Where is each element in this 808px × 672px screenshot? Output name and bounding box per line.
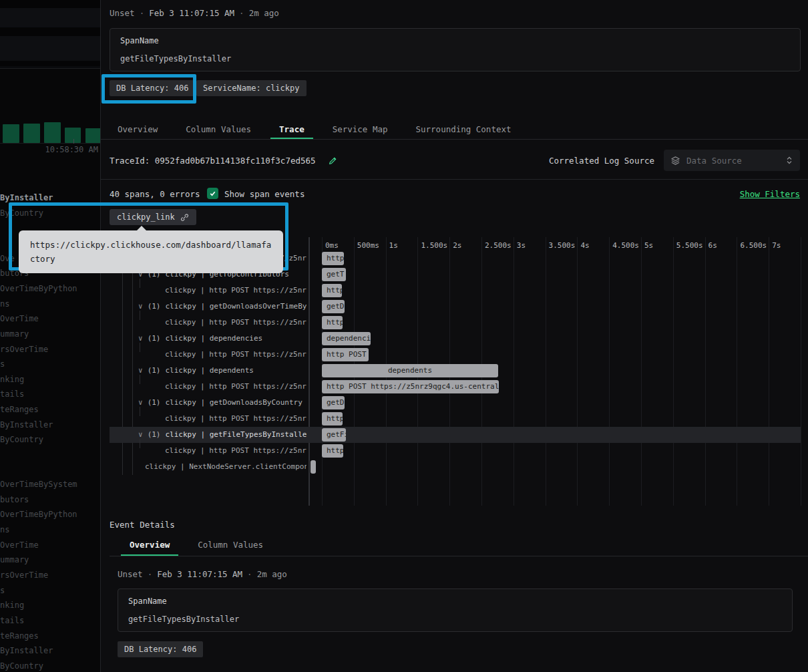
background-list-item: ns [0, 299, 100, 310]
span-duration-bar[interactable]: getD [322, 300, 345, 313]
background-list-item: OverTimeBySystem [0, 479, 100, 490]
axis-tick-label: 6s [709, 241, 717, 250]
background-list-item: ByInstaller [0, 419, 100, 431]
background-list-item: rsOverTime [0, 570, 100, 581]
span-name: ∨(1)clickpy | dependencies [138, 331, 307, 347]
chevron-down-icon[interactable]: ∨ [138, 427, 143, 443]
span-event-count: (1) [148, 363, 161, 379]
span-row[interactable]: clickpy | http POST https://z5nrzhttp [101, 411, 808, 427]
chevron-down-icon[interactable]: ∨ [138, 395, 143, 411]
axis-tick-label: 7s [772, 241, 781, 250]
show-span-events-checkbox[interactable] [207, 188, 218, 199]
axis-tick-label: 0ms [325, 241, 339, 250]
span-row[interactable]: clickpy | http POST https://z5nrzhttp [101, 315, 808, 331]
axis-tick-label: 3.500s [549, 241, 576, 250]
span-row[interactable]: ∨(1)clickpy | getFileTypesByInstallerget… [101, 427, 808, 443]
span-name-box-bottom: SpanName getFileTypesByInstaller [118, 589, 793, 632]
span-duration-bar[interactable]: http POST [322, 348, 369, 361]
span-name: ∨(1)clickpy | dependents [138, 363, 307, 379]
span-name: clickpy | NextNodeServer.clientCompone [145, 459, 307, 475]
span-duration-bar[interactable]: dependents [322, 364, 498, 377]
tab-trace[interactable]: Trace [270, 119, 313, 139]
span-row[interactable]: clickpy | http POST https://z5nrzhttp [101, 443, 808, 459]
background-list-item: ByInstaller [0, 192, 100, 204]
background-list-item: OverTime [0, 540, 100, 551]
background-list-item: ByCountry [0, 208, 100, 219]
chevron-updown-icon [785, 156, 793, 165]
span-label: clickpy | http POST https://z5nrz [165, 379, 307, 395]
background-list-item: ns [0, 524, 100, 536]
background-list-item: ByCountry [0, 661, 100, 672]
span-label: clickpy | http POST https://z5nrz [165, 283, 307, 299]
background-list-item: tails [0, 389, 100, 400]
tab-overview[interactable]: Overview [109, 119, 166, 139]
span-duration-bar[interactable]: http [322, 252, 344, 265]
event-timestamp: Feb 3 11:07:15 AM [149, 8, 234, 18]
span-duration-bar[interactable]: http POST https://z5nrz9qgc4.us-central [322, 380, 499, 393]
db-latency-badge-bottom[interactable]: DB Latency: 406 [118, 641, 203, 657]
span-duration-bar[interactable]: http [322, 412, 343, 426]
span-duration-bar[interactable]: getT [322, 268, 346, 281]
data-source-select[interactable]: Data Source [664, 150, 800, 171]
span-duration-bar[interactable]: dependenci [322, 332, 371, 345]
relative-time: 2m ago [257, 569, 287, 579]
span-row[interactable]: clickpy | http POST https://z5nrzhttp [101, 283, 808, 299]
tab-service-map[interactable]: Service Map [324, 119, 397, 139]
edit-icon[interactable] [328, 156, 338, 166]
span-duration-bar[interactable]: http [322, 316, 343, 329]
span-duration-bar[interactable] [311, 460, 316, 474]
span-row[interactable]: clickpy | http POST https://z5nrzhttp PO… [101, 347, 808, 363]
event-tab-column-values[interactable]: Column Values [189, 534, 272, 556]
correlated-log-source-group: Correlated Log Source Data Source [549, 150, 800, 171]
span-duration-bar[interactable]: http [322, 444, 343, 458]
span-row[interactable]: ∨(1)clickpy | dependenciesdependenci [101, 331, 808, 347]
span-row[interactable]: ∨(1)clickpy | dependentsdependents [101, 363, 808, 379]
span-event-count: (1) [148, 299, 161, 315]
background-list-item: nking [0, 600, 100, 611]
span-name-box: SpanName getFileTypesByInstaller [110, 28, 801, 71]
span-duration-bar[interactable]: getD [322, 396, 345, 409]
axis-tick-label: 4.500s [612, 241, 639, 250]
show-span-events-label[interactable]: Show span events [224, 189, 305, 199]
field-label: SpanName [128, 597, 782, 606]
span-label: clickpy | http POST https://z5nrz [165, 315, 307, 331]
span-event-count: (1) [148, 395, 161, 411]
histogram-bar [65, 128, 81, 143]
event-tab-overview[interactable]: Overview [121, 534, 178, 556]
span-event-count: (1) [148, 427, 161, 443]
db-latency-badge[interactable]: DB Latency: 406 [110, 80, 195, 96]
tab-surrounding-context[interactable]: Surrounding Context [407, 119, 520, 139]
axis-tick-label: 3s [517, 241, 526, 250]
background-band [0, 66, 100, 69]
background-list-item: OverTimeByPython [0, 509, 100, 520]
background-list-item: nking [0, 374, 100, 385]
axis-tick-label: 5s [644, 241, 653, 250]
show-filters-link[interactable]: Show Filters [740, 189, 800, 199]
link-icon [180, 213, 189, 222]
axis-tick-label: 500ms [357, 241, 379, 250]
app-root: 10:58:30 AM ByInstallerByCountryOvebutor… [0, 0, 808, 672]
histogram-tick [73, 139, 74, 144]
span-row[interactable]: ∨(1)clickpy | getDownloadsOverTimeBySget… [101, 299, 808, 315]
background-row [0, 36, 100, 61]
background-list-item: s [0, 359, 100, 370]
span-row[interactable]: ∨(1)clickpy | getDownloadsByCountrygetD [101, 395, 808, 411]
tab-column-values[interactable]: Column Values [177, 119, 260, 139]
trace-id-row: TraceId: 0952fad0b67b114138fc110f3c7ed56… [110, 150, 338, 171]
span-duration-bar[interactable]: http [322, 284, 342, 297]
clickpy-link-badge[interactable]: clickpy_link [110, 209, 196, 225]
span-row[interactable]: clickpy | http POST https://z5nrzhttp PO… [101, 379, 808, 395]
chevron-down-icon[interactable]: ∨ [138, 299, 143, 315]
field-value: getFileTypesByInstaller [120, 54, 790, 63]
span-row[interactable]: clickpy | NextNodeServer.clientCompone [101, 459, 808, 475]
chevron-down-icon[interactable]: ∨ [138, 363, 143, 379]
service-name-badge[interactable]: ServiceName: clickpy [196, 80, 307, 96]
divider [101, 179, 808, 180]
trace-waterfall: 0ms500ms1s1.500s2s2.500s3s3.500s4s4.500s… [101, 237, 808, 506]
axis-tick-label: 1.500s [421, 241, 447, 250]
background-list-item: rsOverTime [0, 344, 100, 355]
background-list-item: ByInstaller [0, 645, 100, 657]
span-duration-bar[interactable]: getFi [322, 428, 346, 442]
span-name: ∨(1)clickpy | getDownloadsOverTimeByS [138, 299, 307, 315]
chevron-down-icon[interactable]: ∨ [138, 331, 143, 347]
